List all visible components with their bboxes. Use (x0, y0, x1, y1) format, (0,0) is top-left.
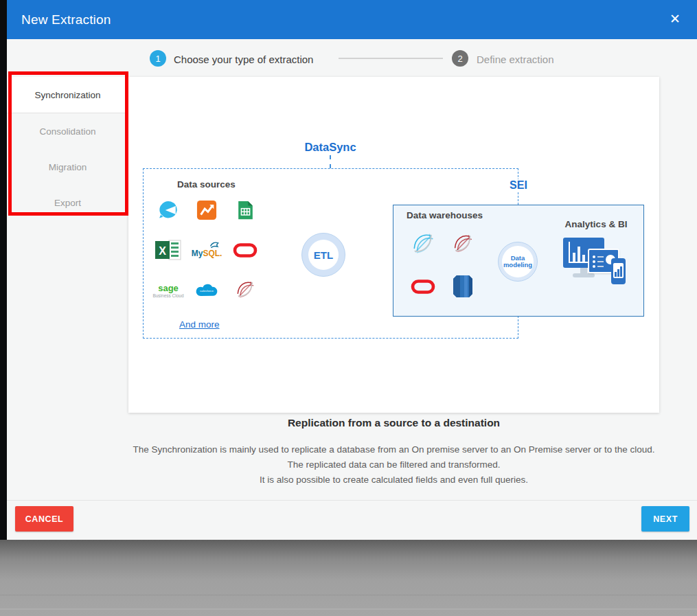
svg-text:X: X (159, 245, 166, 257)
background-band (0, 608, 697, 610)
dialog-title: New Extraction (21, 12, 111, 27)
analytics-bi-title: Analytics & BI (551, 219, 641, 229)
data-sources-grid: X My SQL. sage Business Cloud salesforce (149, 198, 264, 305)
sql-server-red-icon (451, 232, 475, 258)
data-sources-title: Data sources (177, 179, 236, 190)
svg-text:My: My (192, 249, 203, 258)
description-heading: Replication from a source to a destinati… (128, 417, 659, 429)
step-1-label: Choose your type of extraction (174, 54, 313, 65)
svg-text:SQL.: SQL. (203, 249, 222, 258)
step-1-indicator: 1 (150, 50, 166, 67)
analytics-bi-illustration (563, 238, 626, 288)
sql-server-cyan-icon (410, 231, 436, 260)
data-warehouses-title: Data warehouses (407, 210, 483, 220)
new-extraction-dialog: New Extraction ✕ 1 Choose your type of e… (7, 0, 697, 540)
dimmed-page-background (0, 540, 697, 616)
data-modeling-circle: Data modeling (498, 242, 538, 282)
next-button[interactable]: NEXT (641, 506, 689, 532)
background-band (0, 595, 697, 595)
sei-box: Data warehouses Data model (393, 205, 644, 317)
google-analytics-icon (196, 200, 217, 223)
amazon-redshift-icon (453, 274, 473, 301)
description-body: The Synchronization is mainly used to re… (94, 442, 694, 488)
description-line: It is also possible to create calculated… (94, 472, 694, 488)
datasync-app-icon (158, 200, 179, 223)
stepper-connector (339, 58, 443, 59)
step-2-indicator: 2 (452, 50, 468, 67)
oracle-icon (233, 242, 258, 262)
cancel-button[interactable]: CANCEL (15, 506, 73, 532)
footer-divider (7, 500, 697, 501)
datasync-label: DataSync (304, 141, 356, 154)
google-sheets-icon (237, 200, 254, 223)
mysql-icon: My SQL. (190, 240, 223, 263)
step-2-label: Define extraction (477, 54, 554, 65)
etl-circle: ETL (301, 233, 345, 277)
extraction-type-tabs: Synchronization Consolidation Migration … (7, 77, 128, 220)
warehouses-grid (403, 227, 483, 306)
sql-server-icon (234, 279, 256, 304)
datasync-connector-line (330, 155, 331, 168)
tab-synchronization[interactable]: Synchronization (7, 77, 128, 113)
close-icon[interactable]: ✕ (667, 11, 683, 27)
tab-export[interactable]: Export (7, 185, 128, 220)
sage-business-cloud-icon: sage Business Cloud (152, 284, 183, 299)
etl-label: ETL (308, 240, 339, 270)
salesforce-icon: salesforce (194, 281, 220, 302)
svg-text:salesforce: salesforce (200, 288, 214, 292)
oracle-warehouse-icon (411, 278, 435, 298)
dialog-header: New Extraction ✕ (7, 0, 697, 39)
description-line: The replicated data can be filtered and … (94, 457, 694, 472)
description-line: The Synchronization is mainly used to re… (94, 442, 694, 457)
excel-icon: X (155, 240, 181, 263)
sei-label: SEI (506, 179, 531, 192)
and-more-link[interactable]: And more (179, 319, 220, 330)
diagram-card: DataSync Data sources (128, 77, 659, 413)
tab-migration[interactable]: Migration (7, 149, 128, 185)
tab-consolidation[interactable]: Consolidation (7, 113, 128, 149)
data-modeling-label: Data modeling (502, 246, 534, 277)
phone-chart-icon (611, 258, 626, 284)
